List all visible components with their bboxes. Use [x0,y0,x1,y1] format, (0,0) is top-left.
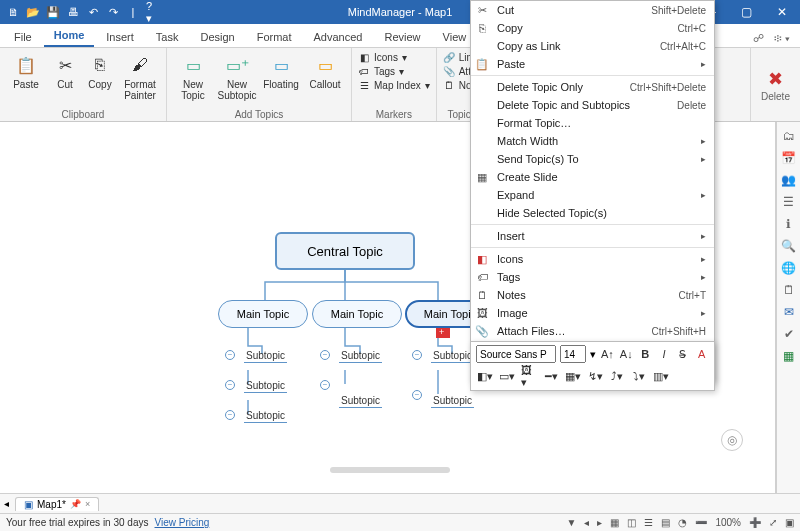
map-index-button[interactable]: ☰Map Index ▾ [358,79,430,91]
tab-task[interactable]: Task [146,27,189,47]
collapse-toggle[interactable]: − [412,390,422,400]
view-pricing-link[interactable]: View Pricing [155,517,210,528]
schedule-icon[interactable]: ◔ [678,517,687,528]
dock-excel-icon[interactable]: ▦ [781,348,797,364]
font-family-input[interactable] [476,345,556,363]
collapse-toggle[interactable]: − [412,350,422,360]
ctx-cut[interactable]: ✂CutShift+Delete [471,1,714,19]
floating-button[interactable]: ▭ Floating [261,51,301,90]
ctx-image[interactable]: 🖼Image▸ [471,304,714,322]
shape-button[interactable]: ▭▾ [498,367,516,385]
ctx-send-topics-to[interactable]: Send Topic(s) To▸ [471,150,714,168]
new-subtopic-button[interactable]: ▭⁺ New Subtopic [217,51,257,101]
central-topic[interactable]: Central Topic [275,232,415,270]
subtopic[interactable]: Subtopic [244,350,287,363]
task-panes-icon[interactable]: ፨ ▾ [772,30,792,47]
ctx-tags[interactable]: 🏷Tags▸ [471,268,714,286]
ctx-notes[interactable]: 🗒NotesCtrl+T [471,286,714,304]
print-icon[interactable]: 🖶 [66,5,80,19]
font-color-button[interactable]: A [694,345,709,363]
format-painter-button[interactable]: 🖌 Format Painter [120,51,160,101]
italic-button[interactable]: I [657,345,672,363]
ctx-format-topic[interactable]: Format Topic… [471,114,714,132]
growth-button[interactable]: ⤴▾ [608,367,626,385]
subtopic[interactable]: Subtopic [339,350,382,363]
ctx-delete-topic-subtopics[interactable]: Delete Topic and SubtopicsDelete [471,96,714,114]
dock-search-icon[interactable]: 🔍 [781,238,797,254]
ctx-paste[interactable]: 📋Paste▸ [471,55,714,73]
save-icon[interactable]: 💾 [46,5,60,19]
line-color-button[interactable]: ━▾ [542,367,560,385]
font-size-input[interactable] [560,345,586,363]
fullscreen-icon[interactable]: ▣ [785,517,794,528]
image-button[interactable]: 🖼▾ [520,367,538,385]
relationship-button[interactable]: ↯▾ [586,367,604,385]
grow-font-button[interactable]: A↑ [600,345,615,363]
maximize-button[interactable]: ▢ [728,0,764,24]
open-links-icon[interactable]: ☍ [751,30,766,47]
bold-button[interactable]: B [638,345,653,363]
main-topic-2[interactable]: Main Topic [312,300,402,328]
fill-color-button[interactable]: ◧▾ [476,367,494,385]
zoom-level[interactable]: 100% [715,517,741,528]
tab-review[interactable]: Review [374,27,430,47]
tab-insert[interactable]: Insert [96,27,144,47]
collapse-toggle[interactable]: − [225,380,235,390]
undo-icon[interactable]: ↶ [86,5,100,19]
dock-tasks-icon[interactable]: ✔ [781,326,797,342]
redo-icon[interactable]: ↷ [106,5,120,19]
dock-calendar-icon[interactable]: 📅 [781,150,797,166]
ctx-delete-topic-only[interactable]: Delete Topic OnlyCtrl+Shift+Delete [471,78,714,96]
nav-left-icon[interactable]: ◂ [584,517,589,528]
tab-advanced[interactable]: Advanced [304,27,373,47]
subtopic[interactable]: Subtopic [431,350,474,363]
subtopic[interactable]: Subtopic [339,395,382,408]
tab-file[interactable]: File [4,27,42,47]
dock-contacts-icon[interactable]: 👥 [781,172,797,188]
zoom-in-icon[interactable]: ➕ [749,517,761,528]
open-icon[interactable]: 📂 [26,5,40,19]
delete-button[interactable]: ✖ [768,68,783,90]
tab-home[interactable]: Home [44,25,95,47]
callout-button[interactable]: ▭ Callout [305,51,345,90]
gantt-icon[interactable]: ▤ [661,517,670,528]
close-button[interactable]: ✕ [764,0,800,24]
collapse-toggle[interactable]: − [225,350,235,360]
new-topic-button[interactable]: ▭ New Topic [173,51,213,101]
tab-format[interactable]: Format [247,27,302,47]
ctx-match-width[interactable]: Match Width▸ [471,132,714,150]
outline-icon[interactable]: ☰ [644,517,653,528]
paste-button[interactable]: 📋 Paste [6,51,46,90]
collapse-toggle[interactable]: − [225,410,235,420]
subtopic[interactable]: Subtopic [431,395,474,408]
tags-button[interactable]: 🏷Tags ▾ [358,65,430,77]
help-dropdown-icon[interactable]: ? ▾ [146,5,160,19]
main-topic-1[interactable]: Main Topic [218,300,308,328]
tab-scroll-left-icon[interactable]: ◂ [4,498,9,509]
dock-notes-icon[interactable]: 🗒 [781,282,797,298]
pin-icon[interactable]: 📌 [70,499,81,509]
shrink-font-button[interactable]: A↓ [619,345,634,363]
locate-pin-button[interactable]: ◎ [721,429,743,451]
strike-button[interactable]: S̶ [675,345,690,363]
ctx-expand[interactable]: Expand▸ [471,186,714,204]
dock-index-icon[interactable]: ☰ [781,194,797,210]
layout-button[interactable]: ⤵▾ [630,367,648,385]
new-icon[interactable]: 🗎 [6,5,20,19]
zoom-out-icon[interactable]: ➖ [695,517,707,528]
template-button[interactable]: ▥▾ [652,367,670,385]
close-tab-icon[interactable]: × [85,499,90,509]
tab-design[interactable]: Design [190,27,244,47]
boundary-button[interactable]: ▦▾ [564,367,582,385]
dock-info-icon[interactable]: ℹ [781,216,797,232]
ctx-attach-files[interactable]: 📎Attach Files…Ctrl+Shift+H [471,322,714,340]
font-size-dropdown-icon[interactable]: ▾ [590,348,596,361]
collapse-toggle[interactable]: − [320,380,330,390]
ctx-icons[interactable]: ◧Icons▸ [471,250,714,268]
cut-button[interactable]: ✂ Cut [50,51,80,90]
ctx-insert[interactable]: Insert▸ [471,227,714,245]
dock-outlook-icon[interactable]: ✉ [781,304,797,320]
ctx-hide-selected[interactable]: Hide Selected Topic(s) [471,204,714,222]
ctx-copy[interactable]: ⎘CopyCtrl+C [471,19,714,37]
filter-icon[interactable]: ▼ [567,517,577,528]
